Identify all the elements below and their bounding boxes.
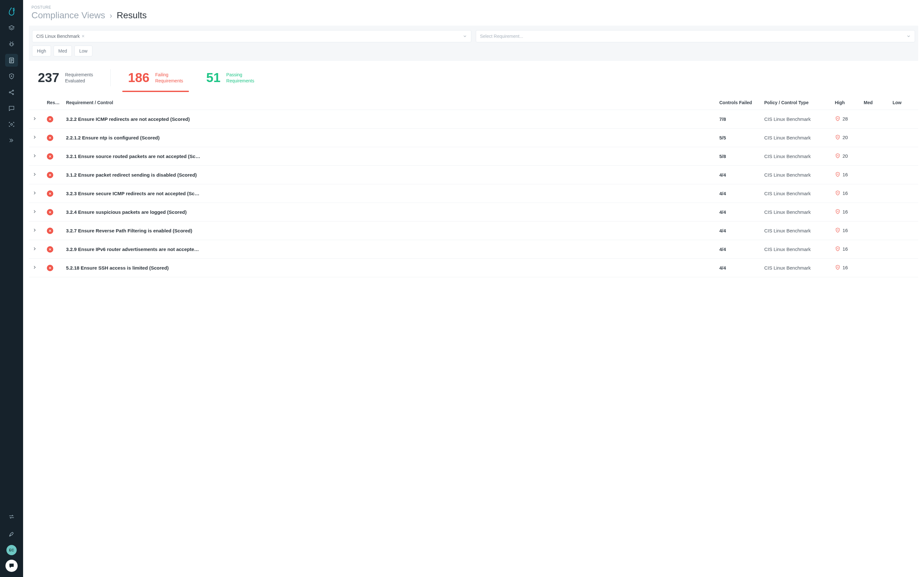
stat-failing-value: 186: [128, 71, 150, 85]
row-policy: CIS Linux Benchmark: [761, 221, 832, 240]
row-controls-failed: 4/4: [716, 184, 761, 203]
svg-point-3: [13, 90, 14, 91]
row-requirement: 3.2.2 Ensure ICMP redirects are not acce…: [63, 110, 716, 129]
severity-filter-low[interactable]: Low: [74, 45, 92, 56]
row-high-count: 28: [843, 116, 848, 121]
nav-shield[interactable]: [5, 70, 18, 83]
stats-row: 237 Requirements Evaluated 186 Failing R…: [23, 61, 924, 92]
table-row[interactable]: 3.2.7 Ensure Reverse Path Filtering is e…: [29, 221, 918, 240]
sidebar: EC: [0, 0, 23, 577]
shield-high-icon: H: [835, 209, 841, 214]
table-row[interactable]: 3.1.2 Ensure packet redirect sending is …: [29, 166, 918, 184]
user-avatar[interactable]: EC: [6, 545, 17, 555]
row-controls-failed: 7/8: [716, 110, 761, 129]
avatar-initials: EC: [9, 548, 14, 552]
shield-high-icon: H: [835, 227, 841, 233]
row-controls-failed: 5/5: [716, 129, 761, 147]
shield-high-icon: H: [835, 134, 841, 140]
row-policy: CIS Linux Benchmark: [761, 110, 832, 129]
page-header: POSTURE Compliance Views › Results: [23, 0, 924, 21]
row-policy: CIS Linux Benchmark: [761, 240, 832, 259]
severity-filter-high[interactable]: High: [32, 45, 51, 56]
svg-text:H: H: [837, 173, 838, 175]
results-table: Res… Requirement / Control Controls Fail…: [29, 95, 918, 277]
stat-total-value: 237: [38, 71, 59, 85]
table-row[interactable]: 5.2.18 Ensure SSH access is limited (Sco…: [29, 259, 918, 277]
nav-compliance[interactable]: [5, 54, 18, 67]
breadcrumb: Compliance Views › Results: [31, 10, 916, 21]
row-expander[interactable]: [32, 227, 37, 233]
app-logo: [7, 6, 16, 16]
stat-passing[interactable]: 51 Passing Requirements: [200, 67, 260, 92]
table-row[interactable]: 2.2.1.2 Ensure ntp is configured (Scored…: [29, 129, 918, 147]
row-high-count: 20: [843, 135, 848, 140]
row-policy: CIS Linux Benchmark: [761, 203, 832, 221]
sidebar-bottom: EC: [5, 510, 18, 577]
support-chat-button[interactable]: [5, 560, 18, 572]
fail-icon: [47, 227, 53, 234]
svg-point-5: [11, 123, 13, 125]
col-header-result[interactable]: Res…: [44, 95, 63, 110]
requirement-placeholder: Select Requirement...: [480, 34, 523, 39]
shield-high-icon: H: [835, 153, 841, 159]
row-controls-failed: 4/4: [716, 203, 761, 221]
row-requirement: 3.1.2 Ensure packet redirect sending is …: [63, 166, 716, 184]
stat-failing[interactable]: 186 Failing Requirements: [122, 67, 189, 92]
row-requirement: 3.2.3 Ensure secure ICMP redirects are n…: [63, 184, 716, 203]
stat-total[interactable]: 237 Requirements Evaluated: [32, 67, 99, 92]
nav-bug[interactable]: [5, 38, 18, 51]
benchmark-chip-remove[interactable]: ✕: [81, 34, 85, 39]
row-policy: CIS Linux Benchmark: [761, 184, 832, 203]
table-row[interactable]: 3.2.1 Ensure source routed packets are n…: [29, 147, 918, 166]
nav-sync[interactable]: [5, 510, 18, 523]
col-header-requirement[interactable]: Requirement / Control: [63, 95, 716, 110]
breadcrumb-parent[interactable]: Compliance Views: [31, 10, 105, 21]
row-controls-failed: 5/8: [716, 147, 761, 166]
col-header-med[interactable]: Med: [861, 95, 889, 110]
row-high-count: 16: [843, 227, 848, 233]
fail-icon: [47, 172, 53, 178]
row-expander[interactable]: [32, 116, 37, 121]
col-header-controls-failed[interactable]: Controls Failed: [716, 95, 761, 110]
row-policy: CIS Linux Benchmark: [761, 147, 832, 166]
severity-filter-med[interactable]: Med: [53, 45, 72, 56]
table-row[interactable]: 3.2.4 Ensure suspicious packets are logg…: [29, 203, 918, 221]
requirement-select[interactable]: Select Requirement...: [476, 30, 915, 42]
row-controls-failed: 4/4: [716, 221, 761, 240]
nav-capture[interactable]: [5, 118, 18, 131]
table-row[interactable]: 3.2.9 Ensure IPv6 router advertisements …: [29, 240, 918, 259]
svg-text:H: H: [837, 117, 838, 119]
svg-text:H: H: [837, 247, 838, 250]
table-row[interactable]: 3.2.3 Ensure secure ICMP redirects are n…: [29, 184, 918, 203]
row-expander[interactable]: [32, 246, 37, 251]
row-expander[interactable]: [32, 190, 37, 195]
row-expander[interactable]: [32, 153, 37, 158]
col-header-high[interactable]: High: [832, 95, 861, 110]
benchmark-select[interactable]: CIS Linux Benchmark ✕: [32, 30, 471, 42]
svg-text:H: H: [837, 266, 838, 268]
row-requirement: 5.2.18 Ensure SSH access is limited (Sco…: [63, 259, 716, 277]
table-row[interactable]: 3.2.2 Ensure ICMP redirects are not acce…: [29, 110, 918, 129]
nav-rocket[interactable]: [5, 528, 18, 540]
row-expander[interactable]: [32, 209, 37, 214]
stat-total-label: Requirements Evaluated: [65, 72, 93, 84]
col-header-low[interactable]: Low: [889, 95, 918, 110]
nav-expand[interactable]: [5, 134, 18, 147]
header-eyebrow: POSTURE: [31, 5, 916, 10]
row-expander[interactable]: [32, 172, 37, 177]
row-expander[interactable]: [32, 135, 37, 140]
col-header-policy[interactable]: Policy / Control Type: [761, 95, 832, 110]
row-high-count: 16: [843, 190, 848, 196]
nav-layers[interactable]: [5, 22, 18, 35]
fail-icon: [47, 153, 53, 160]
row-expander[interactable]: [32, 265, 37, 270]
results-table-wrap: Res… Requirement / Control Controls Fail…: [29, 95, 918, 577]
nav-chat[interactable]: [5, 102, 18, 115]
row-requirement: 3.2.9 Ensure IPv6 router advertisements …: [63, 240, 716, 259]
nav-graph[interactable]: [5, 86, 18, 99]
shield-high-icon: H: [835, 190, 841, 196]
benchmark-chip-label: CIS Linux Benchmark: [36, 34, 79, 39]
severity-filter-row: High Med Low: [32, 45, 915, 56]
row-high-count: 16: [843, 246, 848, 251]
stat-passing-value: 51: [206, 71, 221, 85]
